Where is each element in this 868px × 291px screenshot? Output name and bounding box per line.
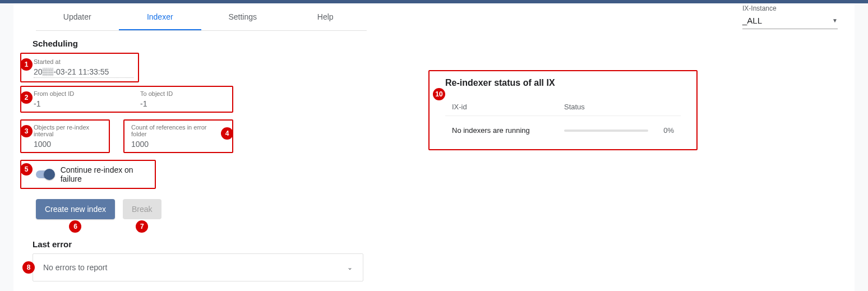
continue-toggle-box: 5 Continue re-index on failure	[20, 160, 156, 189]
refcount-input[interactable]	[131, 138, 218, 150]
continue-on-failure-toggle[interactable]	[36, 170, 54, 178]
interval-input[interactable]	[34, 138, 104, 150]
annotation-badge-4: 4	[221, 127, 233, 140]
status-row: No indexers are running 0%	[445, 116, 681, 145]
annotation-badge-8: 8	[22, 261, 35, 274]
annotation-badge-7: 7	[136, 220, 148, 233]
status-title: Re-indexer status of all IX	[445, 78, 686, 88]
to-object-id-input[interactable]	[140, 98, 224, 109]
instance-select[interactable]: IX-Instance _ALL ▼	[742, 4, 838, 29]
instance-value: _ALL	[742, 16, 762, 25]
status-progressbar	[564, 130, 648, 132]
chevron-down-icon: ⌄	[347, 264, 353, 271]
status-panel-box: 10 Re-indexer status of all IX IX-id Sta…	[428, 70, 698, 150]
scheduling-title: Scheduling	[33, 39, 413, 48]
interval-label: Objects per re-index interval	[34, 124, 104, 137]
tab-indexer[interactable]: Indexer	[119, 3, 202, 30]
annotation-badge-1: 1	[20, 58, 33, 71]
last-error-message: No errors to report	[43, 263, 107, 272]
tab-help[interactable]: Help	[284, 3, 367, 30]
annotation-badge-2: 2	[20, 91, 33, 104]
continue-on-failure-label: Continue re-index on failure	[61, 165, 150, 183]
annotation-badge-10: 10	[433, 88, 445, 100]
tab-settings[interactable]: Settings	[201, 3, 284, 30]
annotation-badge-3: 3	[20, 125, 33, 137]
object-id-box: 2 From object ID To object ID	[20, 86, 233, 113]
instance-label: IX-Instance	[742, 4, 838, 12]
from-object-id-label: From object ID	[34, 90, 118, 97]
annotation-badge-5: 5	[20, 163, 33, 175]
started-at-input[interactable]	[34, 66, 133, 78]
create-new-index-button[interactable]: Create new index	[36, 199, 115, 219]
to-object-id-label: To object ID	[140, 90, 224, 97]
break-button: Break	[123, 199, 161, 219]
last-error-panel[interactable]: No errors to report ⌄	[33, 253, 363, 281]
status-message: No indexers are running	[452, 126, 564, 135]
tab-updater[interactable]: Updater	[36, 3, 119, 30]
started-at-box: 1 Started at	[20, 53, 139, 82]
refcount-label: Count of references in error folder	[131, 124, 218, 137]
status-percent: 0%	[657, 126, 674, 135]
started-at-label: Started at	[34, 58, 133, 65]
refcount-box: 4 Count of references in error folder	[123, 119, 233, 153]
tabs: Updater Indexer Settings Help	[36, 3, 367, 31]
interval-box: 3 Objects per re-index interval	[20, 119, 110, 153]
from-object-id-input[interactable]	[34, 98, 118, 109]
last-error-title: Last error	[33, 239, 413, 249]
status-col-ixid: IX-id	[452, 103, 564, 111]
chevron-down-icon: ▼	[832, 17, 838, 24]
status-table: IX-id Status No indexers are running 0%	[445, 98, 681, 145]
status-col-status: Status	[564, 103, 674, 111]
annotation-badge-6: 6	[69, 220, 81, 233]
